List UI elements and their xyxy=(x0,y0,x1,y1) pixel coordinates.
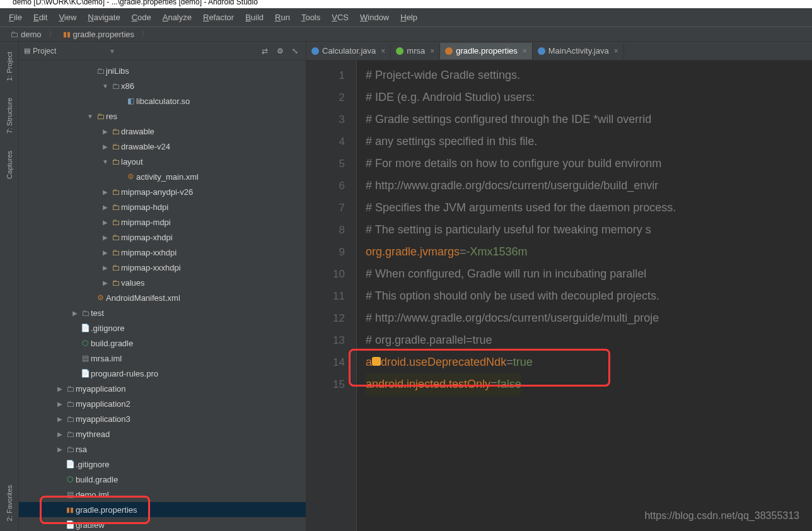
menu-item-tools[interactable]: Tools xyxy=(296,10,326,25)
intention-bulb-icon[interactable] xyxy=(372,357,381,366)
tree-item[interactable]: 📄 .gitignore xyxy=(19,457,306,472)
code-line[interactable]: org.gradle.jvmargs=-Xmx1536m xyxy=(366,241,812,263)
side-tab[interactable]: 1: Project xyxy=(4,48,14,85)
code-line[interactable]: # IDE (e.g. Android Studio) users: xyxy=(366,86,812,108)
menu-item-help[interactable]: Help xyxy=(395,10,423,25)
editor-tab[interactable]: MainActivity.java× xyxy=(533,43,624,59)
tree-item[interactable]: ▶🗀 mipmap-xhdpi xyxy=(19,230,306,245)
tree-item[interactable]: ⚙ activity_main.xml xyxy=(19,169,306,184)
tree-item[interactable]: ▶🗀 myapplication3 xyxy=(19,411,306,426)
tree-arrow-icon[interactable]: ▶ xyxy=(101,219,110,226)
code-line[interactable]: # any settings specified in this file. xyxy=(366,131,812,153)
tree-item[interactable]: ▶🗀 mipmap-hdpi xyxy=(19,199,306,214)
tree-arrow-icon[interactable]: ▶ xyxy=(101,204,110,211)
gear-icon[interactable]: ⚙ xyxy=(274,45,286,57)
tree-arrow-icon[interactable]: ▶ xyxy=(101,143,110,150)
tree-item[interactable]: ▶🗀 mythread xyxy=(19,426,306,441)
menu-item-build[interactable]: Build xyxy=(240,10,269,25)
code-line[interactable]: android.injected.testOnly=false xyxy=(366,373,812,395)
tree-item[interactable]: ▶🗀 mipmap-anydpi-v26 xyxy=(19,184,306,199)
tree-item[interactable]: ⬡ build.gradle xyxy=(19,472,306,487)
breadcrumb-project[interactable]: 🗀 demo xyxy=(6,30,45,39)
menu-item-edit[interactable]: Edit xyxy=(28,10,53,25)
tree-arrow-icon[interactable]: ▶ xyxy=(55,416,64,423)
menu-item-analyze[interactable]: Analyze xyxy=(157,10,197,25)
editor-tab[interactable]: gradle.properties× xyxy=(440,43,533,59)
code-line[interactable]: # org.gradle.parallel=true xyxy=(366,329,812,351)
menu-item-navigate[interactable]: Navigate xyxy=(82,10,125,25)
tree-arrow-icon[interactable]: ▶ xyxy=(101,249,110,256)
tree-arrow-icon[interactable]: ▶ xyxy=(55,446,64,453)
side-tab[interactable]: Captures xyxy=(4,147,14,183)
tree-arrow-icon[interactable]: ▶ xyxy=(101,189,110,195)
tree-item-icon: ⚙ xyxy=(95,293,106,302)
scroll-from-source-icon[interactable]: ⇄ xyxy=(259,45,270,57)
tree-arrow-icon[interactable]: ▶ xyxy=(101,264,110,271)
menu-item-file[interactable]: File xyxy=(3,10,28,25)
tree-item[interactable]: ▶🗀 test xyxy=(19,305,306,320)
code-content[interactable]: # Project-wide Gradle settings.# IDE (e.… xyxy=(357,61,812,531)
close-icon[interactable]: × xyxy=(379,47,385,55)
tree-item[interactable]: ▶🗀 mipmap-mdpi xyxy=(19,214,306,230)
tree-item[interactable]: ▼🗀 res xyxy=(19,108,306,124)
tree-item[interactable]: ▤ demo.iml xyxy=(19,487,306,502)
editor-tab[interactable]: Calculator.java× xyxy=(306,43,391,59)
code-editor[interactable]: 123456789101112131415 # Project-wide Gra… xyxy=(306,61,812,531)
code-line[interactable]: # Specifies the JVM arguments used for t… xyxy=(366,197,812,219)
tree-arrow-icon[interactable]: ▼ xyxy=(86,113,95,120)
code-line[interactable]: # Gradle settings configured through the… xyxy=(366,108,812,131)
tree-item[interactable]: ▶🗀 mipmap-xxxhdpi xyxy=(19,260,306,275)
code-line[interactable]: # This option should only be used with d… xyxy=(366,285,812,307)
code-line[interactable]: # Project-wide Gradle settings. xyxy=(366,64,812,86)
side-tab[interactable]: 2: Favorites xyxy=(4,481,14,525)
menu-item-run[interactable]: Run xyxy=(269,10,296,25)
code-line[interactable]: adroid.useDeprecatedNdk=true xyxy=(366,351,812,373)
menu-item-view[interactable]: View xyxy=(53,10,82,25)
tree-arrow-icon[interactable]: ▶ xyxy=(101,279,110,286)
close-icon[interactable]: × xyxy=(612,47,618,55)
editor-tab[interactable]: mrsa× xyxy=(391,43,440,59)
code-line[interactable]: # For more details on how to configure y… xyxy=(366,153,812,175)
code-line[interactable]: # http://www.gradle.org/docs/current/use… xyxy=(366,307,812,329)
tree-item[interactable]: 🗀 jniLibs xyxy=(19,63,306,78)
code-line[interactable]: # http://www.gradle.org/docs/current/use… xyxy=(366,175,812,197)
code-line[interactable]: # The setting is particularly useful for… xyxy=(366,219,812,241)
tree-item[interactable]: ▶🗀 mipmap-xxhdpi xyxy=(19,245,306,260)
tree-item[interactable]: 📄 proguard-rules.pro xyxy=(19,366,306,381)
tree-arrow-icon[interactable]: ▶ xyxy=(101,234,110,241)
tree-item[interactable]: ▶🗀 myapplication xyxy=(19,381,306,396)
tree-item[interactable]: 📄 gradlew xyxy=(19,517,306,531)
tree-item[interactable]: ▶🗀 values xyxy=(19,275,306,290)
tree-item[interactable]: ▼🗀 x86 xyxy=(19,78,306,93)
tree-arrow-icon[interactable]: ▶ xyxy=(71,310,79,317)
menu-item-window[interactable]: Window xyxy=(354,10,395,25)
tree-item[interactable]: ▶🗀 myapplication2 xyxy=(19,396,306,411)
tree-item[interactable]: ▶🗀 rsa xyxy=(19,441,306,457)
project-tree[interactable]: 🗀 jniLibs▼🗀 x86◧ libcalculator.so▼🗀 res▶… xyxy=(19,61,306,531)
tree-item[interactable]: ⚙ AndroidManifest.xml xyxy=(19,290,306,305)
tree-arrow-icon[interactable]: ▶ xyxy=(55,385,64,392)
code-line[interactable]: # When configured, Gradle will run in in… xyxy=(366,263,812,285)
tree-arrow-icon[interactable]: ▼ xyxy=(101,83,110,90)
breadcrumb-file[interactable]: ▮▮ gradle.properties xyxy=(59,30,139,39)
tree-arrow-icon[interactable]: ▼ xyxy=(101,158,110,165)
dropdown-icon[interactable]: ▾ xyxy=(60,47,114,55)
side-tab[interactable]: 7: Structure xyxy=(4,94,14,137)
tree-item[interactable]: ▤ mrsa.iml xyxy=(19,351,306,366)
hide-icon[interactable]: ⤡ xyxy=(289,45,301,57)
menu-item-refactor[interactable]: Refactor xyxy=(197,10,240,25)
close-icon[interactable]: × xyxy=(428,47,434,55)
tree-item[interactable]: ▮▮ gradle.properties xyxy=(19,502,306,517)
close-icon[interactable]: × xyxy=(521,47,527,55)
tree-arrow-icon[interactable]: ▶ xyxy=(55,431,64,438)
menu-item-code[interactable]: Code xyxy=(126,10,157,25)
tree-item[interactable]: ⬡ build.gradle xyxy=(19,336,306,351)
tree-arrow-icon[interactable]: ▶ xyxy=(55,400,64,407)
tree-arrow-icon[interactable]: ▶ xyxy=(101,128,110,135)
tree-item[interactable]: ◧ libcalculator.so xyxy=(19,93,306,108)
tree-item[interactable]: ▶🗀 drawable-v24 xyxy=(19,139,306,154)
menu-item-vcs[interactable]: VCS xyxy=(326,10,354,25)
tree-item[interactable]: 📄 .gitignore xyxy=(19,320,306,336)
tree-item[interactable]: ▼🗀 layout xyxy=(19,154,306,169)
tree-item[interactable]: ▶🗀 drawable xyxy=(19,124,306,139)
